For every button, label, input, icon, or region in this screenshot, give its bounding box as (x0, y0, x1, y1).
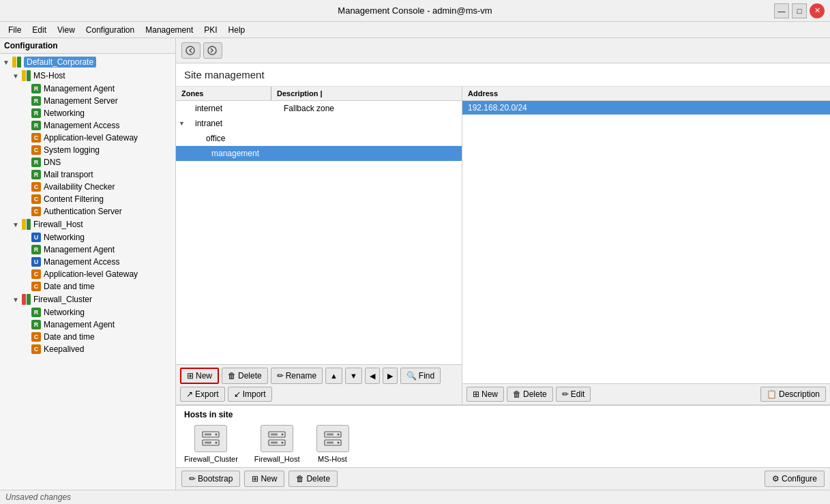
edit-address-button[interactable]: ✏ Edit (556, 387, 591, 402)
badge-r: R (31, 96, 41, 106)
sidebar-item-fc-mgmt-agent[interactable]: R Management Agent (0, 318, 175, 331)
new-host-label: New (261, 474, 277, 484)
zones-panel: Zones Description | internet Fallback zo… (176, 87, 462, 404)
down-button[interactable]: ▼ (345, 368, 362, 384)
host-item-firewall-host[interactable]: Firewall_Host (254, 425, 300, 463)
zone-row-internet[interactable]: internet Fallback zone (176, 101, 462, 116)
plus-icon: ⊞ (252, 474, 258, 484)
host-label-firewall-cluster: Firewall_Cluster (184, 455, 238, 463)
minimize-button[interactable]: — (774, 3, 789, 18)
host-label-firewall-host: Firewall_Host (254, 455, 300, 463)
sidebar-item-ms-host[interactable]: ▼ MS-Host (0, 69, 175, 83)
sidebar-label: Mail transport (44, 170, 93, 179)
import-button[interactable]: ↙ Import (228, 387, 272, 402)
bootstrap-button[interactable]: ✏ Bootstrap (181, 471, 240, 487)
sidebar-tree: ▼ Default_Corporate ▼ MS-Host R Ma (0, 54, 175, 490)
new-address-button[interactable]: ⊞ New (466, 387, 504, 402)
expand-arrow: ▼ (12, 296, 22, 303)
sidebar-label: Authentication Server (44, 207, 122, 216)
menu-file[interactable]: File (3, 24, 27, 36)
rename-zone-button[interactable]: ✏ Rename (271, 368, 323, 384)
sidebar-item-management-access[interactable]: R Management Access (0, 119, 175, 132)
sidebar-item-system-logging[interactable]: C System logging (0, 144, 175, 156)
sidebar-item-fw-mgmt-agent[interactable]: R Management Agent (0, 243, 175, 256)
sidebar-item-fc-keepalived[interactable]: C Keepalived (0, 343, 175, 355)
export-button[interactable]: ↗ Export (180, 387, 225, 402)
menu-help[interactable]: Help (223, 24, 251, 36)
sidebar-item-fc-date-time[interactable]: C Date and time (0, 331, 175, 343)
sidebar-item-fc-networking[interactable]: R Networking (0, 306, 175, 318)
host-item-ms-host[interactable]: MS-Host (316, 425, 349, 463)
group-icon (12, 57, 21, 68)
delete-address-button[interactable]: 🗑 Delete (507, 387, 553, 402)
zone-row-intranet[interactable]: ▼ intranet (176, 116, 462, 131)
prev-button[interactable]: ◀ (365, 368, 380, 384)
sidebar-label-ms-host: MS-Host (33, 71, 65, 80)
badge-c: C (31, 182, 41, 192)
menu-bar: File Edit View Configuration Management … (0, 22, 830, 38)
sidebar-item-availability-checker[interactable]: C Availability Checker (0, 181, 175, 193)
sidebar-item-fw-app-gateway[interactable]: C Application-level Gateway (0, 268, 175, 280)
find-button[interactable]: 🔍 Find (400, 368, 441, 384)
sidebar-label: Application-level Gateway (44, 133, 138, 143)
sidebar-item-app-gateway[interactable]: C Application-level Gateway (0, 132, 175, 144)
menu-pki[interactable]: PKI (198, 24, 222, 36)
svg-rect-6 (205, 434, 211, 436)
sidebar-label: Management Agent (44, 84, 115, 93)
new-host-button[interactable]: ⊞ New (244, 471, 284, 487)
window-title: Management Console - admin@ms-vm (338, 5, 492, 16)
menu-configuration[interactable]: Configuration (80, 24, 140, 36)
import-label: Import (243, 389, 266, 399)
sidebar-label: Networking (44, 308, 85, 317)
forward-button[interactable] (203, 42, 222, 59)
sidebar-item-firewall-cluster[interactable]: ▼ Firewall_Cluster (0, 293, 175, 306)
status-bar: Unsaved changes (0, 490, 830, 504)
zone-row-management[interactable]: management (176, 146, 462, 161)
new-zone-button[interactable]: ⊞ New (180, 368, 219, 384)
import-icon: ↙ (234, 389, 241, 399)
configure-label: Configure (782, 474, 817, 484)
back-button[interactable] (181, 42, 201, 59)
address-list: 192.168.20.0/24 (462, 101, 830, 383)
sidebar-item-default-corporate[interactable]: ▼ Default_Corporate (0, 55, 175, 69)
svg-point-4 (216, 434, 218, 436)
menu-management[interactable]: Management (140, 24, 198, 36)
host-item-firewall-cluster[interactable]: Firewall_Cluster (184, 425, 238, 463)
sidebar-header: Configuration (0, 38, 175, 54)
badge-r: R (31, 308, 41, 317)
configure-button[interactable]: ⚙ Configure (765, 471, 825, 487)
delete-zone-button[interactable]: 🗑 Delete (222, 368, 268, 384)
menu-view[interactable]: View (52, 24, 80, 36)
badge-u: U (31, 257, 41, 267)
sidebar-item-dns[interactable]: R DNS (0, 156, 175, 168)
edit-icon: ✏ (277, 371, 284, 381)
sidebar-item-networking[interactable]: R Networking (0, 107, 175, 119)
delete-host-button[interactable]: 🗑 Delete (288, 471, 338, 487)
sidebar-item-authentication-server[interactable]: C Authentication Server (0, 205, 175, 218)
sidebar-item-management-server[interactable]: R Management Server (0, 95, 175, 107)
close-button[interactable]: ✕ (810, 3, 825, 18)
sidebar-item-management-agent[interactable]: R Management Agent (0, 83, 175, 95)
sidebar-label: Content Filtering (44, 194, 104, 204)
svg-point-10 (282, 434, 284, 436)
sidebar-item-content-filtering[interactable]: C Content Filtering (0, 193, 175, 205)
sidebar-item-fw-mgmt-access[interactable]: U Management Access (0, 256, 175, 268)
sidebar-item-mail-transport[interactable]: R Mail transport (0, 168, 175, 181)
delete-address-label: Delete (523, 389, 547, 399)
plus-icon: ⊞ (473, 389, 479, 399)
badge-c: C (31, 194, 41, 204)
badge-r: R (31, 245, 41, 254)
sidebar-item-firewall-host[interactable]: ▼ Firewall_Host (0, 218, 175, 231)
address-row[interactable]: 192.168.20.0/24 (462, 101, 830, 115)
sidebar-item-fw-networking[interactable]: U Networking (0, 231, 175, 243)
main-layout: Configuration ▼ Default_Corporate ▼ MS-H… (0, 38, 830, 490)
next-button[interactable]: ▶ (383, 368, 398, 384)
up-button[interactable]: ▲ (325, 368, 342, 384)
maximize-button[interactable]: □ (792, 3, 807, 18)
zone-row-office[interactable]: office (176, 131, 462, 146)
zones-header: Zones Description | (176, 87, 462, 101)
sidebar-item-fw-date-time[interactable]: C Date and time (0, 280, 175, 293)
menu-edit[interactable]: Edit (27, 24, 52, 36)
description-button[interactable]: 📋 Description (760, 387, 826, 402)
zone-desc-management (297, 152, 459, 155)
